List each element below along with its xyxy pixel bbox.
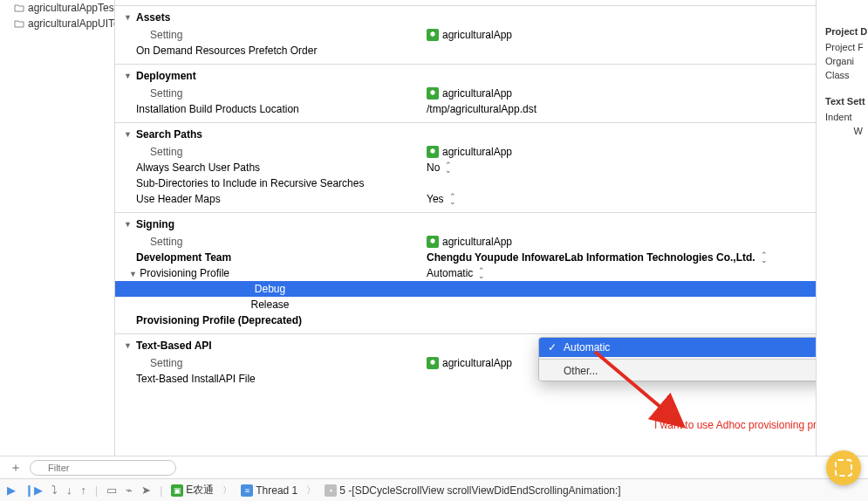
floating-action-button[interactable] bbox=[826, 450, 861, 485]
debug-crumb-thread[interactable]: ≡ Thread 1 bbox=[241, 484, 297, 497]
section-title: Text-Based API bbox=[136, 340, 212, 352]
column-setting-label: Setting bbox=[115, 357, 425, 369]
disclosure-triangle-icon[interactable]: ▼ bbox=[124, 341, 133, 350]
location-icon[interactable]: ➤ bbox=[141, 484, 151, 497]
column-setting-label: Setting bbox=[115, 87, 425, 100]
memory-graph-icon[interactable]: ⌁ bbox=[126, 484, 133, 497]
add-button[interactable]: ＋ bbox=[7, 459, 24, 477]
inspector-field[interactable]: Project F bbox=[825, 42, 863, 52]
step-into-icon[interactable]: ↓ bbox=[66, 484, 72, 497]
setting-label: Provisioning Profile (Deprecated) bbox=[115, 314, 425, 326]
popup-indicator-icon: ⌃⌄ bbox=[761, 252, 768, 263]
section-title: Assets bbox=[136, 11, 170, 24]
dropdown-item-automatic[interactable]: Automatic bbox=[539, 338, 816, 357]
dropdown-item-other[interactable]: Other... bbox=[539, 361, 816, 381]
setting-provisioning-profile-release[interactable]: Release bbox=[115, 297, 816, 312]
inspector-section-project-document: Project D bbox=[825, 26, 863, 37]
debug-crumb-target[interactable]: ▣ E农通 bbox=[171, 483, 214, 498]
nav-item-uitests[interactable]: agriculturalAppUITe... bbox=[0, 16, 114, 31]
setting-label: Use Header Maps bbox=[115, 193, 425, 205]
setting-value[interactable]: /tmp/agriculturalApp.dst bbox=[425, 103, 816, 115]
setting-label: Release bbox=[115, 299, 425, 311]
section-deployment[interactable]: ▼ Deployment bbox=[115, 65, 816, 86]
setting-value[interactable]: Chengdu Youpude InfowareLab Information … bbox=[425, 251, 816, 264]
setting-provisioning-profile-debug[interactable]: Debug bbox=[115, 281, 816, 297]
nav-item-tests[interactable]: agriculturalAppTests bbox=[0, 0, 114, 16]
setting-install-build-location[interactable]: Installation Build Products Location /tm… bbox=[115, 101, 816, 117]
inspector-field[interactable]: Organi bbox=[825, 56, 863, 66]
inspector-field[interactable]: Class bbox=[825, 70, 863, 80]
dropdown-separator bbox=[539, 359, 816, 360]
chevron-right-icon: 〉 bbox=[222, 484, 232, 497]
section-assets[interactable]: ▼ Assets bbox=[115, 6, 816, 27]
folder-icon bbox=[14, 3, 24, 12]
step-over-icon[interactable]: ⤵︎ bbox=[51, 484, 58, 497]
nav-item-label: agriculturalAppUITe... bbox=[28, 17, 114, 30]
setting-label: Sub-Directories to Include in Recursive … bbox=[115, 177, 425, 189]
continue-icon[interactable]: ▶ bbox=[7, 484, 16, 497]
inspector-field[interactable]: Indent bbox=[825, 112, 863, 122]
setting-always-search-user-paths[interactable]: Always Search User Paths No⌃⌄ bbox=[115, 160, 816, 175]
setting-provisioning-profile[interactable]: ▼ Provisioning Profile Automatic⌃⌄ bbox=[115, 265, 816, 281]
setting-provisioning-profile-deprecated[interactable]: Provisioning Profile (Deprecated) bbox=[115, 312, 816, 328]
section-title: Deployment bbox=[136, 70, 196, 82]
setting-value[interactable]: No⌃⌄ bbox=[425, 161, 816, 174]
setting-recursive-subdirs[interactable]: Sub-Directories to Include in Recursive … bbox=[115, 175, 816, 191]
section-title: Signing bbox=[136, 218, 174, 230]
chevron-right-icon: 〉 bbox=[306, 484, 316, 497]
column-setting-label: Setting bbox=[115, 236, 425, 248]
disclosure-triangle-icon[interactable]: ▼ bbox=[124, 13, 133, 22]
inspector-field[interactable]: W bbox=[825, 126, 863, 136]
column-header-row: Setting agriculturalApp bbox=[115, 86, 816, 101]
disclosure-triangle-icon[interactable]: ▼ bbox=[124, 130, 133, 139]
target-name: agriculturalApp bbox=[442, 29, 512, 41]
disclosure-triangle-icon[interactable]: ▼ bbox=[124, 220, 133, 229]
app-target-icon bbox=[427, 236, 439, 248]
column-setting-label: Setting bbox=[115, 146, 425, 158]
popup-indicator-icon: ⌃⌄ bbox=[445, 162, 452, 173]
target-name: agriculturalApp bbox=[442, 236, 512, 248]
column-setting-label: Setting bbox=[115, 29, 425, 41]
setting-label: Always Search User Paths bbox=[115, 161, 425, 174]
setting-value[interactable]: Automatic⌃⌄ bbox=[425, 267, 816, 279]
column-header-row: Setting agriculturalApp bbox=[115, 27, 816, 43]
popup-indicator-icon: ⌃⌄ bbox=[449, 194, 456, 204]
inspector-panel: Project D Project F Organi Class Text Se… bbox=[816, 0, 868, 456]
setting-label: Development Team bbox=[115, 251, 425, 264]
nav-item-label: agriculturalAppTests bbox=[28, 2, 114, 14]
section-search-paths[interactable]: ▼ Search Paths bbox=[115, 123, 816, 144]
disclosure-triangle-icon[interactable]: ▼ bbox=[124, 72, 133, 80]
setting-use-header-maps[interactable]: Use Header Maps Yes⌃⌄ bbox=[115, 191, 816, 207]
column-header-row: Setting agriculturalApp bbox=[115, 234, 816, 250]
column-header-row: Setting agriculturalApp bbox=[115, 144, 816, 160]
frame-icon: ▪ bbox=[325, 484, 337, 497]
target-name: agriculturalApp bbox=[442, 87, 512, 100]
app-target-icon bbox=[427, 146, 439, 158]
section-signing[interactable]: ▼ Signing bbox=[115, 213, 816, 234]
project-navigator[interactable]: agriculturalAppTests agriculturalAppUITe… bbox=[0, 0, 115, 456]
fab-icon bbox=[835, 459, 852, 477]
filter-input[interactable] bbox=[30, 460, 176, 476]
navigator-filter-bar: ＋ ⌕ bbox=[0, 456, 868, 478]
debug-view-icon[interactable]: ▭ bbox=[106, 484, 117, 497]
provisioning-profile-dropdown[interactable]: Automatic Other... bbox=[538, 337, 816, 381]
popup-indicator-icon: ⌃⌄ bbox=[478, 268, 485, 278]
setting-label: Text-Based InstallAPI File bbox=[115, 373, 425, 385]
app-target-icon bbox=[427, 357, 439, 369]
app-target-icon: ▣ bbox=[171, 484, 183, 497]
setting-development-team[interactable]: Development Team Chengdu Youpude Infowar… bbox=[115, 250, 816, 265]
setting-on-demand-prefetch[interactable]: On Demand Resources Prefetch Order bbox=[115, 43, 816, 58]
annotation-text: I want to use Adhoc provisioning profile… bbox=[654, 419, 816, 431]
setting-label: ▼ Provisioning Profile bbox=[115, 267, 425, 279]
setting-value[interactable]: Yes⌃⌄ bbox=[425, 193, 816, 205]
app-target-icon bbox=[427, 29, 439, 41]
section-title: Search Paths bbox=[136, 128, 202, 141]
target-name: agriculturalApp bbox=[442, 146, 512, 158]
step-out-icon[interactable]: ↑ bbox=[81, 484, 87, 497]
pause-icon[interactable]: ❙▶ bbox=[24, 484, 43, 497]
inspector-section-text-settings: Text Sett bbox=[825, 96, 863, 106]
thread-icon: ≡ bbox=[241, 484, 253, 497]
debug-crumb-frame[interactable]: ▪ 5 -[SDCycleScrollView scrollViewDidEnd… bbox=[325, 484, 620, 497]
build-settings-editor: ▼ Assets Setting agriculturalApp On Dema… bbox=[115, 0, 816, 456]
setting-label: Debug bbox=[115, 283, 425, 295]
